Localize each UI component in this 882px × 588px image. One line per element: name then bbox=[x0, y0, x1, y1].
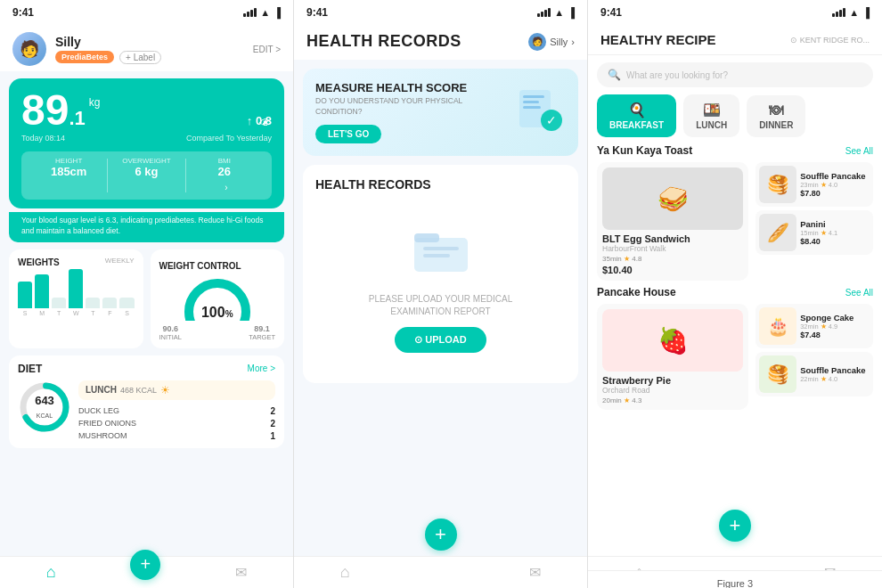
sun-icon: ☀ bbox=[160, 384, 170, 396]
health-score-icon: ✓ bbox=[512, 81, 566, 143]
bar-w: W bbox=[69, 269, 83, 316]
sponge-image: 🎂 bbox=[759, 307, 796, 345]
phone3-content: HEALTHY RECIPE ⊙ KENT RIDGE RO... 🔍 What… bbox=[588, 25, 882, 588]
panini-info: Panini 15min ★ 4.1 $8.40 bbox=[800, 219, 870, 246]
donut-container: 100% bbox=[182, 276, 253, 321]
svg-rect-5 bbox=[523, 95, 544, 98]
donut-wrap: 100% 90.6 INITIAL 89.1 TARGET bbox=[159, 273, 276, 341]
fab-button-1[interactable]: + bbox=[130, 550, 160, 580]
lets-go-button[interactable]: LET'S GO bbox=[315, 125, 381, 143]
home-icon-2[interactable]: ⌂ bbox=[340, 563, 350, 582]
lunch-label: LUNCH bbox=[696, 120, 727, 130]
p2-user: 🧑 Silly › bbox=[528, 33, 575, 51]
svg-text:✓: ✓ bbox=[546, 113, 557, 127]
lunch-icon: 🍱 bbox=[703, 102, 721, 118]
food-main-strawberry[interactable]: 🍓 Strawberry Pie Orchard Road 20min ★ 4.… bbox=[597, 304, 748, 410]
strawberry-place: Orchard Road bbox=[602, 386, 743, 395]
svg-rect-7 bbox=[523, 106, 541, 109]
restaurant2-section: Pancake House See All 🍓 Strawberry Pie O… bbox=[597, 286, 873, 410]
charts-row: WEIGHTS WEEKLY S M T bbox=[9, 249, 284, 348]
search-bar[interactable]: 🔍 What are you looking for? bbox=[597, 62, 873, 87]
souffle2-image: 🥞 bbox=[759, 355, 796, 393]
p2-avatar: 🧑 bbox=[528, 33, 546, 51]
add-label-btn[interactable]: + Label bbox=[119, 51, 161, 64]
records-empty-state: PLEASE UPLOAD YOUR MEDICAL EXAMINATION R… bbox=[315, 202, 566, 371]
see-all-2[interactable]: See All bbox=[845, 288, 873, 298]
time-1: 9:41 bbox=[12, 6, 34, 19]
strawberry-name: Strawberry Pie bbox=[602, 375, 743, 386]
diet-more-btn[interactable]: More > bbox=[248, 363, 275, 373]
upload-button[interactable]: ⊙ UPLOAD bbox=[395, 327, 486, 353]
fab-button-2[interactable]: + bbox=[425, 519, 457, 551]
battery-icon: ▐ bbox=[274, 7, 281, 18]
edit-button[interactable]: EDIT > bbox=[253, 45, 281, 54]
breakfast-label: BREAKFAST bbox=[609, 120, 664, 130]
weight-card: 89 .1 kg ↑ 0.8 Today 08:14 Compared To Y… bbox=[9, 78, 284, 208]
measure-card: MEASURE HEALTH SCORE DO YOU UNDERSTAND Y… bbox=[303, 69, 578, 156]
panini-price: $8.40 bbox=[800, 237, 870, 246]
weight-control-card: WEIGHT CONTROL 100% 90.6 bbox=[151, 249, 285, 348]
fab-button-3[interactable]: + bbox=[719, 510, 751, 542]
status-icons-1: ▲ ▐ bbox=[243, 7, 281, 18]
side-sponge-cake[interactable]: 🎂 Sponge Cake 32min ★ 4.9 $7.48 bbox=[755, 304, 873, 348]
side-panini[interactable]: 🥖 Panini 15min ★ 4.1 $8.40 bbox=[755, 210, 873, 255]
tab-dinner[interactable]: 🍽 DINNER bbox=[747, 95, 805, 137]
weight-number: 89 bbox=[21, 89, 69, 132]
message-icon[interactable]: ✉ bbox=[235, 564, 247, 581]
diet-item-2: MUSHROOM 1 bbox=[78, 431, 275, 441]
tab-lunch[interactable]: 🍱 LUNCH bbox=[683, 94, 739, 137]
signal-icon-3 bbox=[832, 8, 845, 17]
records-section-title: HEALTH RECORDS bbox=[315, 177, 566, 192]
diet-item-1: FRIED ONIONS 2 bbox=[78, 419, 275, 429]
food-main-blt[interactable]: 🥪 BLT Egg Sandwich HarbourFront Walk 35m… bbox=[597, 162, 748, 281]
search-icon: 🔍 bbox=[608, 69, 621, 81]
p3-header: HEALTHY RECIPE ⊙ KENT RIDGE RO... bbox=[588, 25, 882, 55]
prediabetes-tag[interactable]: PrediaBetes bbox=[55, 51, 114, 63]
user-info: Silly PrediaBetes + Label bbox=[55, 35, 244, 64]
bar-t2: T bbox=[86, 298, 100, 316]
dinner-icon: 🍽 bbox=[769, 102, 783, 118]
diet-header: DIET More > bbox=[18, 363, 275, 375]
dinner-label: DINNER bbox=[759, 120, 793, 130]
home-icon[interactable]: ⌂ bbox=[46, 563, 56, 582]
diet-item-0: DUCK LEG 2 bbox=[78, 406, 275, 416]
svg-rect-12 bbox=[423, 247, 459, 250]
stat-height: HEIGHT 185cm bbox=[30, 157, 107, 194]
message-icon-2[interactable]: ✉ bbox=[529, 564, 541, 581]
sponge-info: Sponge Cake 32min ★ 4.9 $7.48 bbox=[800, 313, 870, 339]
tab-breakfast[interactable]: 🍳 BREAKFAST bbox=[597, 94, 676, 137]
souffle2-name: Souffle Pancake bbox=[800, 365, 870, 375]
blood-sugar-note: Your blood sugar level is 6.3, indicatin… bbox=[9, 212, 284, 242]
bar-m: M bbox=[35, 274, 49, 316]
p2-header: HEALTH RECORDS 🧑 Silly › bbox=[294, 25, 587, 60]
souffle-image: 🥞 bbox=[759, 166, 796, 203]
bottom-nav-2: ⌂ ✉ bbox=[294, 556, 587, 588]
see-all-1[interactable]: See All bbox=[845, 146, 873, 156]
status-icons-2: ▲ ▐ bbox=[537, 7, 575, 18]
bottom-nav-1: ⌂ + ✉ bbox=[0, 556, 293, 588]
bar-f: F bbox=[102, 298, 117, 316]
side-souffle2[interactable]: 🥞 Souffle Pancake 22min ★ 4.0 bbox=[755, 352, 873, 396]
side-souffle-pancake[interactable]: 🥞 Souffle Pancake 23min ★ 4.0 $7.80 bbox=[755, 162, 873, 207]
blt-name: BLT Egg Sandwich bbox=[602, 233, 743, 244]
weights-title: WEIGHTS bbox=[18, 257, 60, 267]
battery-icon-3: ▐ bbox=[862, 7, 870, 18]
souffle-price: $7.80 bbox=[800, 189, 870, 198]
phone2-content: HEALTH RECORDS 🧑 Silly › MEASURE HEALTH … bbox=[294, 25, 587, 588]
weight-stats: HEIGHT 185cm OVERWEIGHT 6 kg BMI 26 › bbox=[21, 151, 272, 200]
diet-section: DIET More > 643 KCAL bbox=[9, 355, 284, 448]
weight-subtitle: Today 08:14 Compared To Yesterday bbox=[21, 134, 272, 143]
breakfast-icon: 🍳 bbox=[628, 102, 646, 118]
donut-footer: 90.6 INITIAL 89.1 TARGET bbox=[159, 324, 276, 341]
souffle2-info: Souffle Pancake 22min ★ 4.0 bbox=[800, 365, 870, 383]
diet-content: 643 KCAL LUNCH 468 KCAL ☀ DUCK LEG 2 bbox=[18, 380, 275, 441]
time-3: 9:41 bbox=[600, 6, 622, 19]
panini-name: Panini bbox=[800, 219, 870, 229]
strawberry-image: 🍓 bbox=[602, 309, 743, 372]
wifi-icon: ▲ bbox=[260, 7, 270, 18]
souffle-info: Souffle Pancake 23min ★ 4.0 $7.80 bbox=[800, 171, 870, 198]
battery-icon-2: ▐ bbox=[568, 7, 575, 18]
avatar: 🧑 bbox=[12, 32, 46, 66]
eye-icon[interactable]: 👁 bbox=[259, 116, 272, 130]
donut-label: 100% bbox=[201, 305, 233, 321]
